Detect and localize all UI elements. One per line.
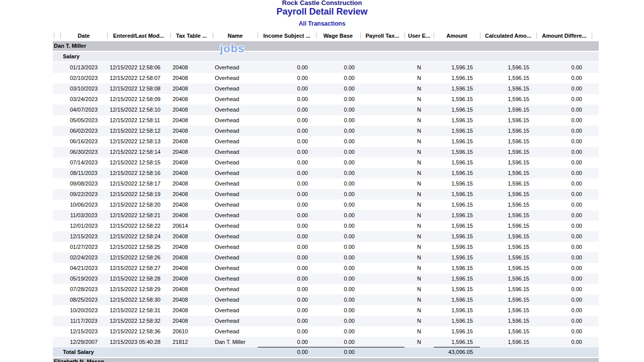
cell-calculated: 1,596.15: [480, 105, 536, 115]
table-row[interactable]: 08/11/202312/15/2022 12:58:1620408Overhe…: [53, 168, 599, 178]
column-header-row: Date Entered/Last Mod... Tax Table ... N…: [53, 31, 599, 40]
cell-amount: 1,596.15: [434, 126, 480, 136]
cell-amount: 1,596.15: [434, 263, 480, 274]
spacer: [53, 136, 60, 147]
spacer: [53, 94, 60, 105]
cell-name: Overhead: [213, 189, 258, 200]
cell-name: Overhead: [213, 295, 258, 305]
spacer: [53, 31, 60, 40]
table-row[interactable]: 01/27/202312/15/2022 12:58:2520408Overhe…: [53, 242, 599, 252]
table-row[interactable]: 08/25/202312/15/2022 12:58:3020408Overhe…: [53, 295, 599, 305]
cell-name: Overhead: [213, 305, 258, 316]
table-row[interactable]: 06/30/202312/15/2022 12:58:1420408Overhe…: [53, 147, 599, 157]
cell-wage_base: 0.00: [316, 178, 360, 189]
cell-income_subject: 0.00: [258, 200, 316, 210]
column-header-difference: Amount Differe...: [536, 31, 592, 40]
cell-calculated: 1,596.15: [480, 274, 536, 284]
spacer: [53, 337, 60, 347]
spacer: [53, 178, 60, 189]
cell-date: 01/27/2023: [60, 242, 107, 252]
cell-user_e: N: [405, 295, 434, 305]
table-row[interactable]: 04/21/202312/15/2022 12:58:2720408Overhe…: [53, 263, 599, 274]
cell-wage_base: 0.00: [316, 263, 360, 274]
cell-calculated: 1,596.15: [480, 210, 536, 221]
cell-user_e: N: [405, 337, 434, 347]
table-row[interactable]: 03/24/202312/15/2022 12:58:0920408Overhe…: [53, 94, 599, 105]
cell-amount: 1,596.15: [434, 62, 480, 73]
spacer: [592, 94, 599, 105]
table-row[interactable]: 06/16/202312/15/2022 12:58:1320408Overhe…: [53, 136, 599, 147]
cell-income_subject: 0.00: [258, 326, 316, 337]
table-row[interactable]: 12/15/202312/15/2022 12:58:2420408Overhe…: [53, 231, 599, 242]
column-header-user-e: User E...: [405, 31, 434, 40]
cell-payroll_tax: [360, 189, 405, 200]
payroll-detail-table: Date Entered/Last Mod... Tax Table ... N…: [53, 31, 599, 362]
cell-tax_table: 20408: [170, 189, 213, 200]
total-label: Total Salary: [60, 347, 258, 357]
cell-user_e: N: [405, 274, 434, 284]
cell-difference: 0.00: [536, 252, 592, 263]
spacer: [592, 178, 599, 189]
spacer: [592, 326, 599, 337]
cell-date: 05/05/2023: [60, 115, 107, 126]
group-header-employee: Dan T. Miller: [53, 41, 599, 51]
cell-calculated: 1,596.15: [480, 157, 536, 168]
cell-user_e: N: [405, 210, 434, 221]
cell-payroll_tax: [360, 242, 405, 252]
cell-tax_table: 20614: [170, 221, 213, 231]
cell-difference: 0.00: [536, 242, 592, 252]
spacer: [53, 62, 60, 73]
table-row[interactable]: 03/10/202312/15/2022 12:58:0820408Overhe…: [53, 83, 599, 94]
table-row[interactable]: 11/17/202312/15/2022 12:58:3220408Overhe…: [53, 316, 599, 326]
cell-amount: 1,596.15: [434, 337, 480, 347]
table-row[interactable]: 01/13/202312/15/2022 12:58:0620408Overhe…: [53, 62, 599, 73]
spacer: [592, 105, 599, 115]
table-row[interactable]: 11/03/202312/15/2022 12:58:2120408Overhe…: [53, 210, 599, 221]
cell-user_e: N: [405, 200, 434, 210]
cell-difference: 0.00: [536, 210, 592, 221]
cell-name: Overhead: [213, 284, 258, 295]
cell-user_e: N: [405, 316, 434, 326]
cell-income_subject: 0.00: [258, 305, 316, 316]
cell-user_e: N: [405, 168, 434, 178]
cell-date: 08/25/2023: [60, 295, 107, 305]
spacer: [53, 326, 60, 337]
cell-difference: 0.00: [536, 200, 592, 210]
cell-wage_base: 0.00: [316, 295, 360, 305]
table-row[interactable]: 12/29/200712/15/2023 05:40:2821812Dan T.…: [53, 337, 599, 347]
table-row[interactable]: 12/01/202312/15/2022 12:58:2220614Overhe…: [53, 221, 599, 231]
table-row[interactable]: 05/19/202312/15/2022 12:58:2820408Overhe…: [53, 274, 599, 284]
cell-income_subject: 0.00: [258, 295, 316, 305]
cell-difference: 0.00: [536, 305, 592, 316]
table-row[interactable]: 09/22/202312/15/2022 12:58:1920408Overhe…: [53, 189, 599, 200]
table-row[interactable]: 12/15/202312/15/2022 12:58:3620610Overhe…: [53, 326, 599, 337]
table-row[interactable]: 02/24/202312/15/2022 12:58:2620408Overhe…: [53, 252, 599, 263]
cell-amount: 1,596.15: [434, 200, 480, 210]
table-row[interactable]: 02/10/202312/15/2022 12:58:0720408Overhe…: [53, 73, 599, 83]
cell-amount: 1,596.15: [434, 305, 480, 316]
table-row[interactable]: 06/02/202312/15/2022 12:58:1220408Overhe…: [53, 126, 599, 136]
spacer: [53, 274, 60, 284]
cell-payroll_tax: [360, 136, 405, 147]
cell-date: 09/22/2023: [60, 189, 107, 200]
cell-date: 12/15/2023: [60, 231, 107, 242]
cell-tax_table: 20408: [170, 210, 213, 221]
table-row[interactable]: 05/05/202312/15/2022 12:58:1120408Overhe…: [53, 115, 599, 126]
cell-calculated: 1,596.15: [480, 284, 536, 295]
cell-calculated: 1,596.15: [480, 316, 536, 326]
table-row[interactable]: 07/28/202312/15/2022 12:58:2920408Overhe…: [53, 284, 599, 295]
table-row[interactable]: 09/08/202312/15/2022 12:58:1720408Overhe…: [53, 178, 599, 189]
table-row[interactable]: 04/07/202312/15/2022 12:58:1020408Overhe…: [53, 105, 599, 115]
spacer: [53, 189, 60, 200]
cell-user_e: N: [405, 242, 434, 252]
cell-user_e: N: [405, 62, 434, 73]
table-row[interactable]: 10/20/202312/15/2022 12:58:3120408Overhe…: [53, 305, 599, 316]
cell-amount: 1,596.15: [434, 231, 480, 242]
table-row[interactable]: 10/06/202312/15/2022 12:58:2020408Overhe…: [53, 200, 599, 210]
cell-amount: 1,596.15: [434, 178, 480, 189]
table-row[interactable]: 07/14/202312/15/2022 12:58:1520408Overhe…: [53, 157, 599, 168]
cell-name: Overhead: [213, 62, 258, 73]
cell-user_e: N: [405, 263, 434, 274]
cell-wage_base: 0.00: [316, 189, 360, 200]
cell-entered: 12/15/2022 12:58:10: [107, 105, 170, 115]
